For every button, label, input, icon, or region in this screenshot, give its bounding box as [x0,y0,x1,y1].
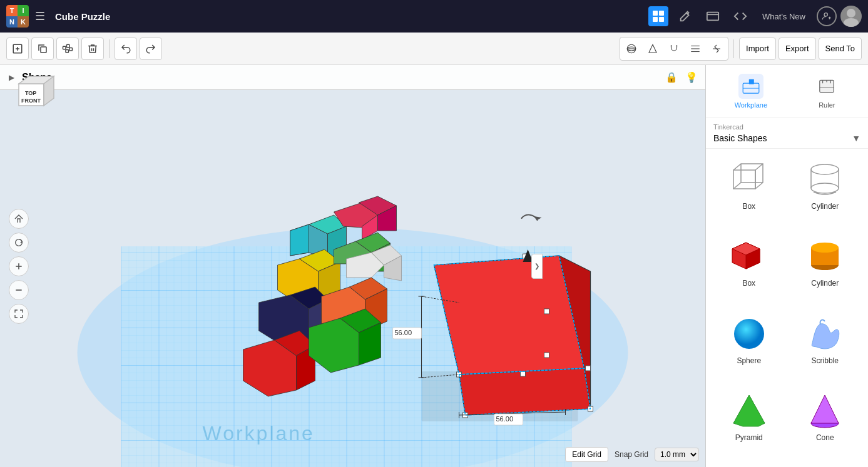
category-select-row[interactable]: Basic Shapes ▼ [713,133,860,143]
app-logo: T I N K [6,5,29,28]
svg-rect-4 [707,13,718,21]
cone-tool-button[interactable] [643,39,663,59]
svg-text:56.00: 56.00 [395,329,412,336]
main-toolbar: Import Export Send To [0,33,868,65]
shape-item-sphere[interactable]: Sphere [712,309,786,384]
ruler-label: Ruler [819,101,835,109]
toolbar-divider-1 [109,39,110,58]
sphere-tool-button[interactable] [621,39,641,59]
snap-grid-select[interactable]: 1.0 mm 0.5 mm 2.0 mm [655,448,699,461]
shape-item-pyramid[interactable]: Pyramid [712,386,786,461]
svg-marker-31 [290,224,309,256]
fit-view-button[interactable] [9,304,29,324]
new-button[interactable] [6,38,29,60]
align-tool-button[interactable] [685,39,705,59]
cylinder-solid-label: Cylinder [811,279,839,288]
svg-rect-11 [67,44,70,48]
svg-point-99 [811,183,839,193]
topbar: T I N K ☰ Cube Puzzle What's New [0,0,868,33]
svg-text:FRONT: FRONT [21,98,41,104]
shape-item-cylinder-solid[interactable]: Cylinder [789,232,862,306]
export-button[interactable]: Export [779,38,816,60]
magnet-tool-button[interactable] [664,39,684,59]
hamburger-icon[interactable]: ☰ [35,9,45,23]
hammer-button[interactable] [675,6,696,27]
user-avatar[interactable] [840,6,862,27]
viewport[interactable]: ▶ Shape 🔒 💡 Workplane [0,65,705,467]
svg-point-5 [824,13,827,16]
svg-marker-59 [434,256,585,374]
svg-rect-62 [586,366,591,371]
scribble-label: Scribble [812,356,839,365]
box-solid-label: Box [742,279,755,288]
redo-button[interactable] [140,38,162,60]
edit-grid-button[interactable]: Edit Grid [565,447,608,462]
cylinder-wire-preview [803,161,847,198]
ruler-button[interactable]: Ruler [810,70,843,113]
logo-i: I [18,5,29,16]
workplane-icon [738,74,763,99]
cone-label: Cone [816,433,834,442]
app-title: Cube Puzzle [55,11,110,22]
svg-marker-83 [534,216,542,220]
pyramid-label: Pyramid [735,433,763,442]
import-button[interactable]: Import [739,38,776,60]
workplane-button[interactable]: Workplane [731,70,771,113]
undo-button[interactable] [115,38,137,60]
shapes-grid: Box Cylinder [706,149,868,467]
shape-item-scribble[interactable]: Scribble [789,309,862,384]
svg-rect-10 [63,46,66,49]
svg-rect-67 [544,309,549,314]
group-button[interactable] [56,38,79,60]
profile-area [817,6,862,27]
box-solid-preview [727,238,771,275]
shape-item-cone[interactable]: Cone [789,386,862,461]
copy-button[interactable] [31,38,54,60]
svg-rect-12 [69,48,73,51]
svg-rect-65 [521,371,526,376]
rotate-view-button[interactable] [9,233,29,253]
svg-rect-9 [41,47,46,53]
svg-point-7 [844,18,859,27]
svg-text:56.00: 56.00 [496,415,514,423]
scribble-preview [803,315,847,353]
gallery-button[interactable] [702,6,723,27]
cone-preview [803,392,847,429]
add-user-button[interactable] [817,6,837,26]
grid-view-button[interactable] [648,6,668,26]
whats-new-button[interactable]: What's New [757,9,810,24]
logo-k: K [18,16,29,28]
svg-rect-3 [659,17,664,22]
shape-tools [620,37,728,61]
zoom-in-button[interactable] [9,256,29,276]
send-to-button[interactable]: Send To [819,38,862,60]
flip-tool-button[interactable] [707,39,727,59]
main-layout: ▶ Shape 🔒 💡 Workplane [0,65,868,467]
sphere-label: Sphere [737,356,761,365]
category-section: Tinkercad Basic Shapes ▼ [706,118,868,149]
delete-button[interactable] [81,38,104,60]
svg-text:Workplane: Workplane [203,422,315,444]
logo-t: T [6,5,18,16]
zoom-out-button[interactable] [9,280,29,300]
shape-item-box-wire[interactable]: Box [712,155,786,229]
cylinder-solid-preview [803,238,847,275]
home-view-button[interactable] [9,209,29,229]
shape-item-box-solid[interactable]: Box [712,232,786,306]
box-wire-preview [727,161,771,198]
viewport-bottom: Edit Grid Snap Grid 1.0 mm 0.5 mm 2.0 mm [565,447,699,462]
cylinder-wire-label: Cylinder [811,202,839,211]
code-button[interactable] [730,6,751,27]
box-wire-label: Box [742,202,755,211]
orientation-cube[interactable]: TOP FRONT [6,71,56,121]
svg-rect-13 [66,49,69,53]
collapse-right-button[interactable]: ❯ [531,254,543,279]
shape-item-cylinder-wire[interactable]: Cylinder [789,155,862,229]
svg-text:TOP: TOP [25,90,36,96]
svg-marker-110 [733,395,765,426]
chevron-down-icon: ▼ [852,133,860,143]
svg-rect-0 [653,11,658,16]
svg-rect-68 [544,353,549,358]
category-label: Tinkercad [713,123,860,131]
svg-point-107 [811,243,839,253]
